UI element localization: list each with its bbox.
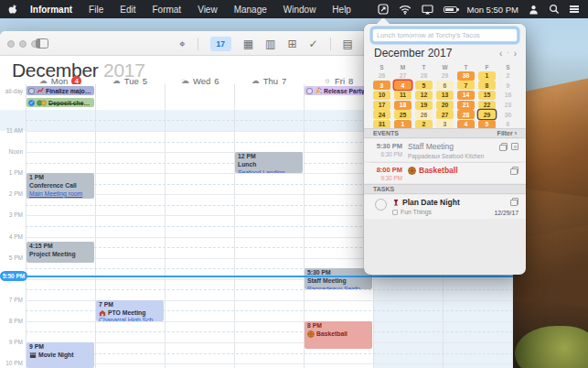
minical-day-27[interactable]: 27: [394, 71, 412, 81]
prev-month-button[interactable]: ‹: [499, 49, 502, 59]
minical-day-18[interactable]: 18: [394, 101, 412, 110]
duplicate-event-icon[interactable]: [499, 143, 508, 151]
menubar-item-manage[interactable]: Manage: [226, 5, 275, 15]
event-movie-night[interactable]: 9 PMMovie Night: [27, 342, 94, 368]
filter-button[interactable]: Filter ›: [497, 130, 517, 136]
minical-day-16[interactable]: 16: [499, 91, 517, 100]
minical-day-28[interactable]: 28: [415, 71, 433, 81]
notification-center-icon[interactable]: [570, 5, 579, 15]
minical-day-11[interactable]: 11: [394, 91, 412, 100]
minical-day-30[interactable]: 30: [457, 71, 475, 81]
chart-icon: [37, 87, 44, 94]
half-hour-line: [26, 353, 513, 354]
minical-day-4[interactable]: 4: [394, 81, 412, 90]
menubar-item-edit[interactable]: Edit: [112, 5, 144, 15]
apple-menu-icon[interactable]: [8, 4, 18, 16]
all-day-event-deposit-checks[interactable]: ✓Deposit checks: [27, 98, 94, 107]
tasks-view-icon[interactable]: ✓: [309, 38, 318, 49]
column-view-icon[interactable]: ▥: [265, 38, 275, 49]
minical-day-1[interactable]: 1: [478, 71, 496, 81]
week-view-icon[interactable]: 17: [210, 37, 231, 51]
quick-entry-input[interactable]: [372, 28, 518, 42]
airplay-display-icon[interactable]: [422, 5, 433, 15]
next-month-button[interactable]: ›: [514, 49, 517, 59]
event-end-time: 9:30 PM: [369, 175, 402, 181]
wifi-icon[interactable]: [399, 5, 412, 15]
unchecked-circle-icon[interactable]: [306, 88, 313, 94]
minical-day-25[interactable]: 25: [394, 110, 412, 119]
minical-day-7[interactable]: 7: [457, 81, 475, 90]
event-staff-meeting[interactable]: 5:30 PMStaff MeetingPappadeaux Seafood K…: [305, 268, 372, 289]
minical-day-26[interactable]: 26: [373, 71, 390, 81]
minical-day-8[interactable]: 8: [478, 81, 496, 90]
event-location-link[interactable]: Main Meeting room: [29, 190, 91, 199]
today-button[interactable]: ·: [507, 49, 508, 56]
minical-day-29[interactable]: 29: [478, 110, 496, 119]
focus-today-icon[interactable]: ⌖: [179, 38, 186, 49]
minical-day-26[interactable]: 26: [415, 110, 433, 119]
checked-circle-icon[interactable]: ✓: [28, 100, 35, 106]
task-checkbox[interactable]: [375, 199, 387, 211]
minical-day-15[interactable]: 15: [478, 91, 496, 100]
popover-event-row[interactable]: 8:00 PM 9:30 PM Basketball: [364, 163, 526, 183]
minical-day-22[interactable]: 22: [478, 101, 496, 110]
close-window-button[interactable]: [7, 40, 15, 48]
menubar-item-help[interactable]: Help: [324, 5, 359, 15]
popover-task-row[interactable]: Plan Date Night Fun Things 12/29/17: [364, 195, 526, 219]
minical-day-10[interactable]: 10: [373, 91, 390, 100]
minical-day-13[interactable]: 13: [436, 91, 454, 100]
minical-day-30[interactable]: 30: [499, 110, 517, 119]
menubar-item-file[interactable]: File: [80, 5, 112, 15]
event-location-link[interactable]: Chaparral High School: [99, 317, 161, 320]
menubar-item-view[interactable]: View: [189, 5, 226, 15]
event-project-meeting[interactable]: 4:15 PMProject Meeting: [27, 242, 94, 263]
task-list-icon: [392, 210, 398, 215]
minical-day-19[interactable]: 19: [415, 101, 433, 110]
school-icon: [99, 309, 106, 317]
minical-day-23[interactable]: 23: [499, 101, 517, 110]
minical-day-17[interactable]: 17: [373, 101, 390, 110]
minical-day-2[interactable]: 2: [499, 71, 517, 81]
menubar-item-format[interactable]: Format: [144, 5, 189, 15]
minical-day-24[interactable]: 24: [373, 110, 390, 119]
duplicate-event-icon[interactable]: [510, 167, 519, 175]
informant-menubar-icon[interactable]: [378, 4, 389, 15]
event-lunch[interactable]: 12 PMLunchSeafood Landing: [235, 152, 303, 173]
month-view-icon[interactable]: ▦: [243, 38, 253, 49]
sun-icon: ☼: [180, 77, 186, 82]
wallpaper-foliage: [515, 326, 588, 368]
user-account-icon[interactable]: [529, 5, 539, 15]
grid-view-icon[interactable]: ⊞: [287, 38, 296, 49]
minical-day-14[interactable]: 14: [457, 91, 475, 100]
minical-day-20[interactable]: 20: [436, 101, 454, 110]
menubar-clock[interactable]: Mon 5:50 PM: [467, 5, 519, 15]
event-conference-call[interactable]: 1 PMConference CallMain Meeting room: [27, 173, 94, 199]
menubar-item-informant[interactable]: Informant: [22, 5, 80, 15]
all-day-event-release-party[interactable]: Release Party: [305, 86, 372, 95]
time-gutter-label: 2 PM: [0, 190, 23, 197]
duplicate-task-icon[interactable]: [510, 198, 519, 206]
sidebar-toggle-icon[interactable]: [36, 38, 48, 49]
minical-day-3[interactable]: 3: [373, 81, 390, 90]
spotlight-search-icon[interactable]: [549, 4, 560, 15]
minical-day-9[interactable]: 9: [499, 81, 517, 90]
event-basketball[interactable]: 8 PMBasketball: [305, 321, 372, 349]
minical-day-5[interactable]: 5: [415, 81, 433, 90]
minical-day-28[interactable]: 28: [457, 110, 475, 119]
minical-day-6[interactable]: 6: [436, 81, 454, 90]
event-location-link[interactable]: Seafood Landing: [238, 169, 300, 173]
minical-day-27[interactable]: 27: [436, 110, 454, 119]
minical-day-21[interactable]: 21: [457, 101, 475, 110]
popover-event-row[interactable]: 5:30 PM 6:30 PM Staff Meeting Pappadeaux…: [364, 139, 526, 161]
notes-view-icon[interactable]: ▤: [343, 38, 353, 49]
battery-icon[interactable]: [444, 6, 457, 13]
event-pto-meeting[interactable]: 7 PMPTO MeetingChaparral High School: [96, 300, 164, 321]
minical-day-12[interactable]: 12: [415, 91, 433, 100]
convert-event-icon[interactable]: [511, 143, 519, 150]
minimize-window-button[interactable]: [19, 40, 27, 48]
unchecked-circle-icon[interactable]: [28, 88, 35, 94]
all-day-event-finalize-major-feat-[interactable]: Finalize major feat…: [27, 86, 94, 95]
minical-day-29[interactable]: 29: [436, 71, 454, 81]
menubar-item-window[interactable]: Window: [275, 5, 325, 15]
event-location-link[interactable]: Pappadeaux Seafood Kitc…: [307, 286, 369, 289]
